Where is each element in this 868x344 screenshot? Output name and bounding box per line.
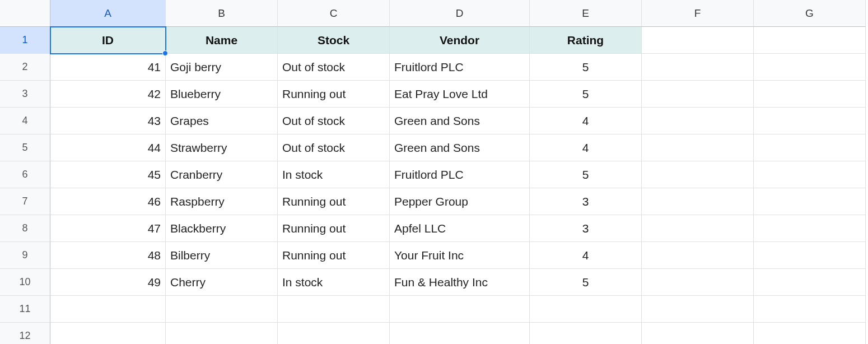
cell-C2[interactable]: Out of stock xyxy=(278,54,390,81)
cell-C5[interactable]: Out of stock xyxy=(278,134,390,161)
column-header-F[interactable]: F xyxy=(642,0,754,27)
cell-A12[interactable] xyxy=(50,323,166,344)
cell-G6[interactable] xyxy=(754,161,866,188)
cell-F5[interactable] xyxy=(642,134,754,161)
cell-G10[interactable] xyxy=(754,269,866,296)
cell-C1[interactable]: Stock xyxy=(278,27,390,54)
cell-D4[interactable]: Green and Sons xyxy=(390,108,530,134)
cell-B10[interactable]: Cherry xyxy=(166,269,278,296)
cell-E7[interactable]: 3 xyxy=(530,188,642,215)
column-header-G[interactable]: G xyxy=(754,0,866,27)
cell-B11[interactable] xyxy=(166,296,278,323)
cell-E9[interactable]: 4 xyxy=(530,242,642,269)
cell-C4[interactable]: Out of stock xyxy=(278,108,390,134)
cell-D7[interactable]: Pepper Group xyxy=(390,188,530,215)
row-header-12[interactable]: 12 xyxy=(0,323,50,344)
cell-G8[interactable] xyxy=(754,215,866,242)
cell-E3[interactable]: 5 xyxy=(530,81,642,108)
cell-F3[interactable] xyxy=(642,81,754,108)
cell-E5[interactable]: 4 xyxy=(530,134,642,161)
row-header-5[interactable]: 5 xyxy=(0,134,50,161)
cell-D11[interactable] xyxy=(390,296,530,323)
cell-G11[interactable] xyxy=(754,296,866,323)
cell-C9[interactable]: Running out xyxy=(278,242,390,269)
cell-E11[interactable] xyxy=(530,296,642,323)
row-header-11[interactable]: 11 xyxy=(0,296,50,323)
cell-B5[interactable]: Strawberry xyxy=(166,134,278,161)
cell-A3[interactable]: 42 xyxy=(50,81,166,108)
cell-D12[interactable] xyxy=(390,323,530,344)
cell-C7[interactable]: Running out xyxy=(278,188,390,215)
cell-F4[interactable] xyxy=(642,108,754,134)
cell-A10[interactable]: 49 xyxy=(50,269,166,296)
cell-C8[interactable]: Running out xyxy=(278,215,390,242)
cell-E4[interactable]: 4 xyxy=(530,108,642,134)
cell-C10[interactable]: In stock xyxy=(278,269,390,296)
cell-B9[interactable]: Bilberry xyxy=(166,242,278,269)
cell-F10[interactable] xyxy=(642,269,754,296)
row-header-9[interactable]: 9 xyxy=(0,242,50,269)
row-header-3[interactable]: 3 xyxy=(0,81,50,108)
cell-A4[interactable]: 43 xyxy=(50,108,166,134)
column-header-E[interactable]: E xyxy=(530,0,642,27)
cell-G2[interactable] xyxy=(754,54,866,81)
cell-A11[interactable] xyxy=(50,296,166,323)
cell-D3[interactable]: Eat Pray Love Ltd xyxy=(390,81,530,108)
cell-F12[interactable] xyxy=(642,323,754,344)
cell-C3[interactable]: Running out xyxy=(278,81,390,108)
row-header-10[interactable]: 10 xyxy=(0,269,50,296)
row-header-4[interactable]: 4 xyxy=(0,108,50,134)
cell-D9[interactable]: Your Fruit Inc xyxy=(390,242,530,269)
cell-B1[interactable]: Name xyxy=(166,27,278,54)
cell-A8[interactable]: 47 xyxy=(50,215,166,242)
cell-D10[interactable]: Fun & Healthy Inc xyxy=(390,269,530,296)
cell-E8[interactable]: 3 xyxy=(530,215,642,242)
cell-D8[interactable]: Apfel LLC xyxy=(390,215,530,242)
select-all-corner[interactable] xyxy=(0,0,50,27)
cell-A1[interactable]: ID xyxy=(50,27,166,54)
row-header-8[interactable]: 8 xyxy=(0,215,50,242)
cell-D2[interactable]: Fruitlord PLC xyxy=(390,54,530,81)
cell-E10[interactable]: 5 xyxy=(530,269,642,296)
cell-D1[interactable]: Vendor xyxy=(390,27,530,54)
cell-F7[interactable] xyxy=(642,188,754,215)
cell-G12[interactable] xyxy=(754,323,866,344)
cell-C11[interactable] xyxy=(278,296,390,323)
cell-F11[interactable] xyxy=(642,296,754,323)
cell-E1[interactable]: Rating xyxy=(530,27,642,54)
column-header-A[interactable]: A xyxy=(50,0,166,27)
column-header-D[interactable]: D xyxy=(390,0,530,27)
column-header-C[interactable]: C xyxy=(278,0,390,27)
cell-A2[interactable]: 41 xyxy=(50,54,166,81)
cell-G3[interactable] xyxy=(754,81,866,108)
cell-A9[interactable]: 48 xyxy=(50,242,166,269)
cell-D6[interactable]: Fruitlord PLC xyxy=(390,161,530,188)
row-header-6[interactable]: 6 xyxy=(0,161,50,188)
selection-handle[interactable] xyxy=(162,50,168,56)
spreadsheet-grid[interactable]: ABCDEFG1IDNameStockVendorRating241Goji b… xyxy=(0,0,868,344)
cell-B8[interactable]: Blackberry xyxy=(166,215,278,242)
row-header-2[interactable]: 2 xyxy=(0,54,50,81)
cell-A6[interactable]: 45 xyxy=(50,161,166,188)
cell-G5[interactable] xyxy=(754,134,866,161)
cell-C12[interactable] xyxy=(278,323,390,344)
column-header-B[interactable]: B xyxy=(166,0,278,27)
cell-G4[interactable] xyxy=(754,108,866,134)
cell-G7[interactable] xyxy=(754,188,866,215)
cell-B3[interactable]: Blueberry xyxy=(166,81,278,108)
cell-F6[interactable] xyxy=(642,161,754,188)
row-header-1[interactable]: 1 xyxy=(0,27,50,54)
cell-A7[interactable]: 46 xyxy=(50,188,166,215)
cell-B2[interactable]: Goji berry xyxy=(166,54,278,81)
cell-F1[interactable] xyxy=(642,27,754,54)
cell-B4[interactable]: Grapes xyxy=(166,108,278,134)
cell-A5[interactable]: 44 xyxy=(50,134,166,161)
cell-E12[interactable] xyxy=(530,323,642,344)
cell-B12[interactable] xyxy=(166,323,278,344)
cell-F8[interactable] xyxy=(642,215,754,242)
cell-B7[interactable]: Raspberry xyxy=(166,188,278,215)
cell-B6[interactable]: Cranberry xyxy=(166,161,278,188)
row-header-7[interactable]: 7 xyxy=(0,188,50,215)
cell-E2[interactable]: 5 xyxy=(530,54,642,81)
cell-C6[interactable]: In stock xyxy=(278,161,390,188)
